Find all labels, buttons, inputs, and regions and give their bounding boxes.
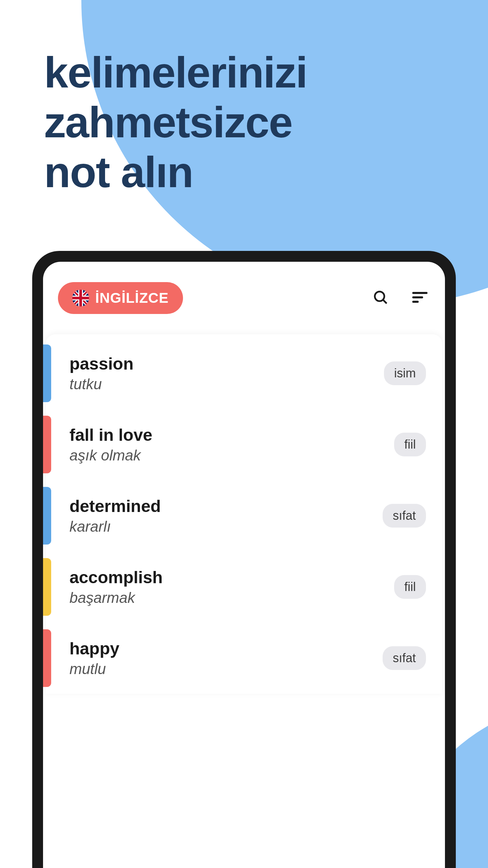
word-translation: mutlu	[69, 660, 119, 677]
headline-line-3: not alın	[44, 148, 193, 196]
word-item[interactable]: happy mutlu sıfat	[46, 623, 442, 694]
sort-filter-button[interactable]	[410, 288, 430, 308]
word-tag: fiil	[394, 433, 426, 456]
color-tab	[43, 487, 51, 545]
language-label: İNGİLİZCE	[95, 290, 169, 306]
word-content: determined kararlı	[69, 496, 161, 535]
word-tag: sıfat	[383, 504, 426, 528]
svg-line-3	[383, 300, 387, 303]
word-tag: isim	[384, 361, 426, 385]
word-tag: sıfat	[383, 646, 426, 670]
word-translation: başarmak	[69, 589, 163, 606]
color-tab	[43, 629, 51, 687]
phone-frame: İNGİLİZCE	[32, 251, 456, 868]
word-content: fall in love aşık olmak	[69, 425, 152, 464]
color-tab	[43, 416, 51, 473]
word-main: passion	[69, 354, 134, 374]
word-content: accomplish başarmak	[69, 568, 163, 606]
word-list: passion tutku isim fall in love aşık olm…	[46, 334, 442, 694]
word-translation: kararlı	[69, 518, 161, 535]
svg-point-2	[375, 292, 384, 301]
word-main: fall in love	[69, 425, 152, 445]
headline-line-2: zahmetsizce	[44, 98, 292, 146]
word-main: happy	[69, 639, 119, 658]
word-tag: fiil	[394, 575, 426, 599]
language-selector-button[interactable]: İNGİLİZCE	[58, 282, 183, 314]
headline-line-1: kelimelerinizi	[44, 48, 307, 97]
uk-flag-icon	[72, 290, 89, 307]
promo-headline: kelimelerinizi zahmetsizce not alın	[44, 47, 307, 197]
app-header: İNGİLİZCE	[43, 262, 445, 328]
phone-screen: İNGİLİZCE	[43, 262, 445, 868]
word-main: accomplish	[69, 568, 163, 587]
word-item[interactable]: passion tutku isim	[46, 338, 442, 409]
word-content: happy mutlu	[69, 639, 119, 677]
color-tab	[43, 558, 51, 616]
sort-icon	[411, 289, 429, 308]
word-content: passion tutku	[69, 354, 134, 393]
word-item[interactable]: determined kararlı sıfat	[46, 480, 442, 551]
word-item[interactable]: accomplish başarmak fiil	[46, 551, 442, 623]
color-tab	[43, 344, 51, 402]
word-item[interactable]: fall in love aşık olmak fiil	[46, 409, 442, 480]
search-button[interactable]	[370, 288, 391, 308]
word-main: determined	[69, 496, 161, 516]
word-translation: aşık olmak	[69, 447, 152, 464]
word-translation: tutku	[69, 376, 134, 393]
search-icon	[372, 289, 389, 307]
